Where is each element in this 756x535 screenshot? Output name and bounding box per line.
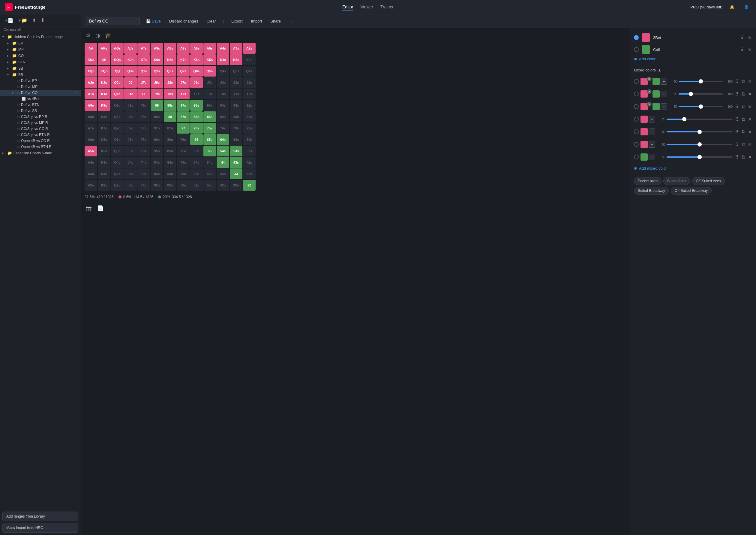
sidebar-item-def-vs-mp[interactable]: ⊞Def vs MP [0,84,81,90]
remove-swatch-1-0[interactable]: ✕ [647,89,652,94]
mixed-swatch-6-0[interactable] [640,154,648,161]
hand-cell-K2s[interactable]: K2s [243,54,256,65]
hand-cell-A5s[interactable]: A5s [203,43,216,54]
hand-cell-A6o[interactable]: A6o [85,134,97,145]
hand-cell-AJs[interactable]: AJs [124,43,137,54]
hand-cell-Q9o[interactable]: Q9o [111,100,123,111]
hand-cell-83s[interactable]: 83s [230,111,242,122]
hand-cell-97s[interactable]: 97s [177,100,190,111]
action-call-close[interactable]: ✕ [747,46,752,53]
sidebar-item-open-4b-vs-btn-r[interactable]: ⊞Open 4B vs BTN R [0,144,81,150]
remove-swatch-0-0[interactable]: ✕ [647,76,652,81]
hand-cell-42o[interactable]: 42o [217,180,229,191]
sidebar-item-vs-4bet[interactable]: ⬜vs 4Bet [0,96,81,102]
hand-cell-K5o[interactable]: K5o [98,146,110,156]
theme-button[interactable]: ◑ [94,32,101,39]
camera-button[interactable]: 📷 [85,205,94,212]
hand-cell-95o[interactable]: 95o [150,146,163,156]
hand-cell-63o[interactable]: 63o [190,168,203,179]
add-mixed-btn[interactable]: ⊕ Add mixed color [634,165,752,172]
hand-cell-KTo[interactable]: KTo [98,89,110,99]
hand-cell-A7s[interactable]: A7s [177,43,190,54]
mixed-swatch-3-0[interactable] [640,116,648,123]
hand-cell-T5s[interactable]: T5s [203,89,216,99]
hand-cell-Q9s[interactable]: Q9s [150,66,163,76]
sidebar-item-def-vs-ep[interactable]: ⊞Def vs EP [0,78,81,84]
hand-cell-77[interactable]: 77 [177,123,190,134]
add-library-button[interactable]: Add ranges from Library [2,512,78,521]
hand-cell-86s[interactable]: 86s [190,111,203,122]
hand-cell-Q4s[interactable]: Q4s [217,66,229,76]
mixed-close-4[interactable]: ✕ [747,128,752,135]
hand-cell-J6s[interactable]: J6s [190,77,203,88]
clear-button[interactable]: Clear [204,18,218,25]
hand-cell-A3o[interactable]: A3o [85,168,97,179]
hand-cell-76o[interactable]: 76o [177,134,190,145]
hand-cell-K9o[interactable]: K9o [98,100,110,111]
hand-cell-T9s[interactable]: T9s [150,89,163,99]
hand-cell-AA[interactable]: AA [85,43,97,54]
hand-cell-J9s[interactable]: J9s [150,77,163,88]
mixed-radio-0[interactable] [634,79,639,84]
slider-2-0[interactable] [679,106,723,107]
hand-cell-52o[interactable]: 52o [203,180,216,191]
mixed-radio-6[interactable] [634,155,639,159]
slider-0-0[interactable] [679,81,723,82]
hand-cell-AJo[interactable]: AJo [85,77,97,88]
hand-cell-K3s[interactable]: K3s [230,54,242,65]
new-file-button[interactable]: +📄 [4,17,15,24]
hand-cell-42s[interactable]: 42s [243,157,256,168]
mixed-copy-0[interactable]: ⧉ [741,78,745,85]
more-button[interactable]: ⋮ [287,18,295,25]
hand-cell-82o[interactable]: 82o [164,180,176,191]
slider-3-0[interactable] [666,119,733,120]
slider-4-0[interactable] [666,131,733,132]
hand-cell-32o[interactable]: 32o [230,180,242,191]
hand-cell-96o[interactable]: 96o [150,134,163,145]
hand-cell-K4s[interactable]: K4s [217,54,229,65]
profile-button[interactable]: 👤 [742,4,751,11]
hand-cell-Q6s[interactable]: Q6s [190,66,203,76]
hand-cell-43o[interactable]: 43o [217,168,229,179]
mixed-swatch-1-1[interactable] [653,90,660,98]
hand-cell-A5o[interactable]: A5o [85,146,97,156]
hand-cell-AQo[interactable]: AQo [85,66,97,76]
hand-cell-82s[interactable]: 82s [243,111,256,122]
hand-cell-72s[interactable]: 72s [243,123,256,134]
add-color-btn[interactable]: ⊕ Add color [634,56,752,63]
hand-cell-Q7s[interactable]: Q7s [177,66,190,76]
hand-cell-A2s[interactable]: A2s [243,43,256,54]
mixed-radio-4[interactable] [634,129,639,134]
hand-cell-JTo[interactable]: JTo [124,89,137,99]
hand-cell-A6s[interactable]: A6s [190,43,203,54]
mixed-drag-1[interactable]: ⠿ [734,91,739,98]
hand-cell-92o[interactable]: 92o [150,180,163,191]
mixed-copy-2[interactable]: ⧉ [741,103,745,110]
mixed-radio-2[interactable] [634,104,639,109]
hand-cell-JTs[interactable]: JTs [137,77,150,88]
hand-cell-T7s[interactable]: T7s [177,89,190,99]
upload-button[interactable]: ⬆ [31,17,37,24]
hand-cell-Q2o[interactable]: Q2o [111,180,123,191]
hand-cell-T5o[interactable]: T5o [137,146,150,156]
hand-cell-J2s[interactable]: J2s [243,77,256,88]
hand-cell-A8o[interactable]: A8o [85,111,97,122]
hand-cell-T9o[interactable]: T9o [137,100,150,111]
mixed-swatch-4-0[interactable] [640,128,648,135]
hand-cell-A2o[interactable]: A2o [85,180,97,191]
hand-cell-T8o[interactable]: T8o [137,111,150,122]
filter-button[interactable]: ⚙ [85,32,92,39]
add-swatch-0[interactable]: + [661,78,667,85]
download-button[interactable]: ⬇ [40,17,46,24]
share-button[interactable]: Share [268,18,283,25]
slider-1-0[interactable] [679,93,723,95]
hand-cell-Q8o[interactable]: Q8o [111,111,123,122]
hand-cell-Q5o[interactable]: Q5o [111,146,123,156]
discard-button[interactable]: Discard changes [167,18,201,25]
hand-cell-QJs[interactable]: QJs [124,66,137,76]
quick-pocket-pairs[interactable]: Pocket pairs [634,177,662,185]
hand-cell-84o[interactable]: 84o [164,157,176,168]
mixed-drag-4[interactable]: ⠿ [734,128,739,135]
hand-cell-K9s[interactable]: K9s [150,54,163,65]
hand-cell-K6s[interactable]: K6s [190,54,203,65]
